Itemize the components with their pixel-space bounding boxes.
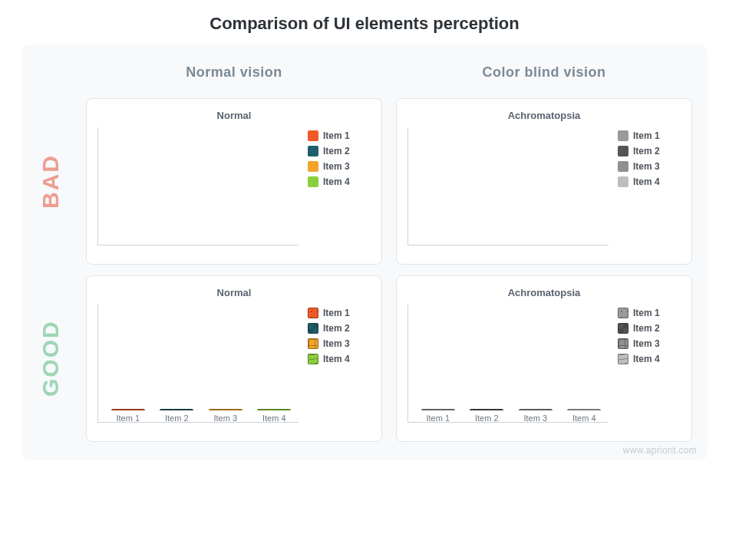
bar-label: Item 3 <box>213 413 237 423</box>
card-good-achromatopsia: AchromatopsiaItem 1Item 2Item 3Item 4Ite… <box>396 275 692 442</box>
bar-plot: Item 1Item 2Item 3Item 4 <box>407 305 609 435</box>
legend-label: Item 2 <box>633 323 660 334</box>
bar-label: Item 1 <box>116 413 140 423</box>
legend-swatch <box>618 130 628 141</box>
legend-label: Item 3 <box>633 161 660 172</box>
bar-label: Item 4 <box>572 413 596 423</box>
legend: Item 1Item 2Item 3Item 4 <box>308 127 371 258</box>
legend-item: Item 2 <box>308 323 371 334</box>
legend-item: Item 4 <box>308 176 371 187</box>
legend-swatch <box>308 338 318 349</box>
bar-label: Item 3 <box>523 413 547 423</box>
legend-swatch <box>618 323 628 334</box>
bar-4 <box>567 409 601 410</box>
bar-1 <box>111 409 145 410</box>
bar-1 <box>421 409 455 410</box>
legend-item: Item 4 <box>308 354 371 364</box>
legend-item: Item 1 <box>618 130 681 141</box>
column-header-colorblind: Color blind vision <box>396 64 692 81</box>
legend-swatch <box>618 161 628 172</box>
comparison-grid: Normal vision Color blind vision BAD Nor… <box>21 44 708 460</box>
column-header-normal: Normal vision <box>86 64 382 81</box>
legend-swatch <box>308 130 318 141</box>
legend-label: Item 1 <box>633 308 660 318</box>
bar-label: Item 2 <box>475 413 499 423</box>
bar-2 <box>160 409 193 410</box>
legend-swatch <box>618 338 628 349</box>
chart-title: Normal <box>97 110 371 121</box>
legend-swatch <box>618 308 628 318</box>
bar-3 <box>519 409 553 410</box>
legend-label: Item 2 <box>633 146 660 156</box>
bar-plot <box>97 127 299 258</box>
chart-title: Achromatopsia <box>407 110 681 121</box>
legend-item: Item 4 <box>618 176 681 187</box>
legend-swatch <box>308 146 318 156</box>
watermark: www.apriorit.com <box>623 445 697 456</box>
legend-swatch <box>308 176 318 187</box>
legend-label: Item 4 <box>323 354 350 364</box>
legend-label: Item 4 <box>633 354 660 364</box>
legend-label: Item 3 <box>633 338 660 349</box>
legend-label: Item 3 <box>323 161 350 172</box>
card-bad-normal: NormalItem 1Item 2Item 3Item 4 <box>86 98 382 265</box>
legend-swatch <box>308 308 318 318</box>
card-bad-achromatopsia: AchromatopsiaItem 1Item 2Item 3Item 4 <box>396 98 692 265</box>
legend-label: Item 4 <box>323 176 350 187</box>
legend-label: Item 1 <box>323 130 350 141</box>
bar-label: Item 4 <box>262 413 286 423</box>
legend-item: Item 2 <box>308 146 371 156</box>
legend-swatch <box>308 323 318 334</box>
legend-swatch <box>618 354 628 364</box>
legend-item: Item 3 <box>308 161 371 172</box>
legend-swatch <box>308 161 318 172</box>
legend-item: Item 4 <box>618 354 681 364</box>
legend-label: Item 1 <box>323 308 350 318</box>
legend-label: Item 1 <box>633 130 660 141</box>
bar-2 <box>470 409 503 410</box>
legend-label: Item 3 <box>323 338 350 349</box>
bar-label: Item 1 <box>426 413 450 423</box>
legend-swatch <box>308 354 318 364</box>
bar-plot: Item 1Item 2Item 3Item 4 <box>97 305 299 435</box>
bar-plot <box>407 127 609 258</box>
legend-label: Item 4 <box>633 176 660 187</box>
bar-3 <box>209 409 242 410</box>
bar-label: Item 2 <box>165 413 189 423</box>
chart-title: Normal <box>97 287 371 298</box>
legend-item: Item 3 <box>618 338 681 349</box>
legend-item: Item 1 <box>308 308 371 318</box>
legend-swatch <box>618 146 628 156</box>
legend-label: Item 2 <box>323 146 350 156</box>
legend-item: Item 2 <box>618 323 681 334</box>
row-label-bad: BAD <box>29 98 72 265</box>
legend-swatch <box>618 176 628 187</box>
legend-item: Item 3 <box>308 338 371 349</box>
row-label-good: GOOD <box>29 275 72 442</box>
legend-item: Item 1 <box>308 130 371 141</box>
card-good-normal: NormalItem 1Item 2Item 3Item 4Item 1Item… <box>86 275 382 442</box>
chart-title: Achromatopsia <box>407 287 681 298</box>
legend-label: Item 2 <box>323 323 350 334</box>
legend: Item 1Item 2Item 3Item 4 <box>618 127 681 258</box>
legend-item: Item 1 <box>618 308 681 318</box>
page-title: Comparison of UI elements perception <box>21 14 708 34</box>
legend-item: Item 3 <box>618 161 681 172</box>
legend-item: Item 2 <box>618 146 681 156</box>
legend: Item 1Item 2Item 3Item 4 <box>308 305 371 435</box>
legend: Item 1Item 2Item 3Item 4 <box>618 305 681 435</box>
bar-4 <box>257 409 291 410</box>
